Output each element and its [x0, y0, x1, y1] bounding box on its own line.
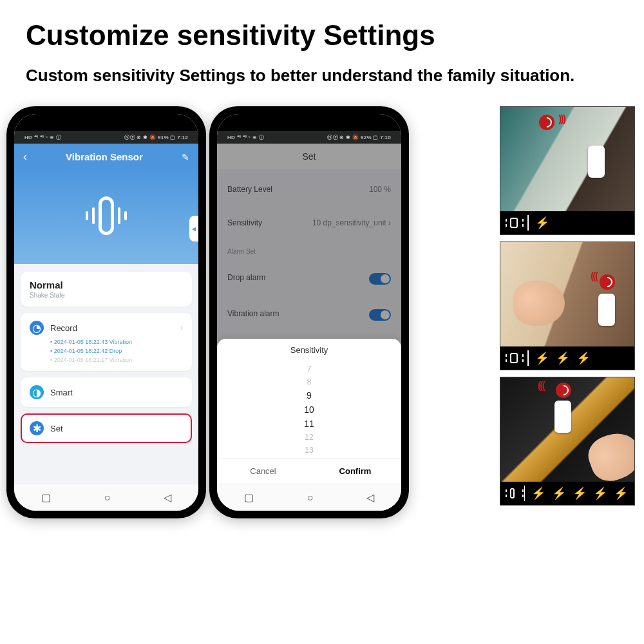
app-header: ‹ Vibration Sensor ✎ — [14, 144, 198, 167]
picker-option-selected[interactable]: 10 — [304, 404, 314, 415]
state-subtitle: Shake State — [30, 292, 183, 299]
status-right: ⓃⒻ ⊗ ✱ 🔕 92% ▢ 7:10 — [327, 134, 391, 141]
bolt-icon: ⚡ — [535, 351, 549, 365]
android-navbar: ▢ ○ ◁ — [217, 484, 401, 511]
bolt-icon: ⚡ — [593, 486, 607, 500]
main-canvas: HD ⁴⁶ ⁴⁶ ᶜ ≋ ⓘ ⓃⒻ ⊗ ✱ 🔕 91% ▢ 7:12 ‹ Vib… — [0, 100, 644, 518]
signal-waves-icon: ))) — [558, 113, 565, 125]
bolt-icon: ⚡ — [535, 216, 549, 230]
set-header: Set — [217, 144, 401, 169]
record-card[interactable]: ◔ Record › 2024-01-05 18:22:43 Vibration… — [21, 313, 192, 371]
smart-label: Smart — [50, 388, 73, 397]
intensity-strip: ⚡ ⚡ ⚡ ⚡ ⚡ — [500, 482, 634, 505]
vibration-alarm-label: Vibration alarm — [227, 309, 279, 321]
battery-value: 100 % — [369, 185, 391, 194]
phone-1: HD ⁴⁶ ⁴⁶ ᶜ ≋ ⓘ ⓃⒻ ⊗ ✱ 🔕 91% ▢ 7:12 ‹ Vib… — [6, 106, 206, 518]
thumb-safe: ((( ⚡ ⚡ ⚡ ⚡ ⚡ — [500, 377, 635, 506]
signal-waves-icon: ((( — [591, 270, 597, 282]
battery-row: Battery Level 100 % — [217, 176, 401, 203]
nav-recent-icon[interactable]: ▢ — [41, 491, 51, 504]
battery-label: Battery Level — [227, 185, 272, 194]
phone-1-screen: HD ⁴⁶ ⁴⁶ ᶜ ≋ ⓘ ⓃⒻ ⊗ ✱ 🔕 91% ▢ 7:12 ‹ Vib… — [14, 114, 198, 511]
picker-option[interactable]: 13 — [305, 446, 313, 455]
bolt-icon: ⚡ — [576, 351, 591, 365]
picker-option[interactable]: 9 — [307, 390, 312, 401]
state-card: Normal Shake State — [21, 272, 192, 307]
sensor-device — [588, 146, 605, 178]
picker-option[interactable]: 12 — [305, 433, 313, 442]
cancel-button[interactable]: Cancel — [217, 459, 309, 484]
notch — [14, 114, 198, 131]
zigbee-icon — [600, 274, 615, 290]
picker-option[interactable]: 8 — [307, 377, 312, 386]
header-title: Vibration Sensor — [66, 151, 143, 162]
sensitivity-row[interactable]: Sensitivity 10 dp_sensitivity_unit › — [217, 209, 401, 236]
edit-icon[interactable]: ✎ — [182, 152, 189, 162]
sensitivity-picker: Sensitivity 7 8 9 10 11 12 13 Cancel Con… — [217, 339, 401, 484]
thumb-door: ((( ⚡ ⚡ ⚡ — [500, 242, 635, 370]
hand — [513, 281, 565, 326]
smart-card[interactable]: ◑ Smart — [21, 377, 192, 407]
subtext: Custom sensitivity Settings to better un… — [0, 58, 644, 100]
gear-icon: ✱ — [30, 421, 44, 435]
sensor-device — [598, 294, 615, 326]
status-left: HD ⁴⁶ ⁴⁶ ᶜ ≋ ⓘ — [227, 134, 264, 141]
record-item: 2024-01-05 18:22:43 Vibration — [50, 339, 183, 345]
picker-buttons: Cancel Confirm — [217, 458, 401, 484]
notch — [217, 114, 401, 131]
body-area: Normal Shake State ◔ Record › 2024-01-05… — [14, 264, 198, 484]
vibration-alarm-toggle[interactable] — [369, 309, 391, 321]
headline: Customize sensitivity Settings — [0, 0, 644, 58]
bolt-icon: ⚡ — [614, 486, 628, 500]
bolt-icon: ⚡ — [531, 486, 545, 500]
nav-home-icon[interactable]: ○ — [307, 492, 314, 504]
status-right: ⓃⒻ ⊗ ✱ 🔕 91% ▢ 7:12 — [124, 134, 188, 141]
picker-wheel[interactable]: 7 8 9 10 11 12 13 — [217, 361, 401, 458]
drop-alarm-label: Drop alarm — [227, 273, 265, 285]
thumb-window: ))) ⚡ — [500, 106, 635, 235]
drop-alarm-row: Drop alarm — [217, 264, 401, 294]
zigbee-icon — [539, 115, 554, 130]
record-list: 2024-01-05 18:22:43 Vibration 2024-01-05… — [50, 339, 183, 363]
alarm-section-label: Alarm Set — [217, 243, 401, 258]
confirm-button[interactable]: Confirm — [309, 459, 401, 484]
drop-alarm-toggle[interactable] — [369, 273, 391, 285]
vibration-alarm-row: Vibration alarm — [217, 300, 401, 330]
clock-icon: ◔ — [30, 321, 44, 335]
record-item: 2024-01-05 18:22:42 Drop — [50, 348, 183, 354]
state-title: Normal — [30, 279, 183, 290]
smart-icon: ◑ — [30, 385, 44, 399]
signal-waves-icon: ((( — [538, 380, 544, 392]
phone-2-screen: HD ⁴⁶ ⁴⁶ ᶜ ≋ ⓘ ⓃⒻ ⊗ ✱ 🔕 92% ▢ 7:10 Set B… — [217, 114, 401, 511]
record-item: 2024-01-05 18:21:17 Vibration — [50, 357, 183, 363]
status-bar: HD ⁴⁶ ⁴⁶ ᶜ ≋ ⓘ ⓃⒻ ⊗ ✱ 🔕 92% ▢ 7:10 — [217, 131, 401, 144]
intensity-strip: ⚡ ⚡ ⚡ — [500, 346, 634, 370]
vibrate-icon — [507, 486, 518, 500]
pull-tab[interactable]: ◂ — [189, 216, 198, 242]
back-icon[interactable]: ‹ — [23, 150, 27, 164]
vibrate-icon — [507, 216, 521, 230]
set-card-highlighted[interactable]: ✱ Set — [21, 413, 192, 443]
sensitivity-value: 10 dp_sensitivity_unit › — [312, 218, 391, 227]
sensitivity-label: Sensitivity — [227, 218, 262, 227]
picker-option[interactable]: 11 — [304, 419, 314, 429]
bolt-icon: ⚡ — [556, 351, 570, 365]
nav-recent-icon[interactable]: ▢ — [244, 491, 254, 504]
nav-back-icon[interactable]: ◁ — [164, 491, 171, 504]
vibrate-icon — [507, 351, 521, 365]
nav-home-icon[interactable]: ○ — [104, 492, 111, 504]
hero-area: ◂ — [14, 167, 198, 264]
android-navbar: ▢ ○ ◁ — [14, 484, 198, 511]
picker-title: Sensitivity — [217, 339, 401, 361]
chevron-right-icon: › — [180, 323, 183, 332]
picker-option[interactable]: 7 — [307, 365, 312, 374]
status-bar: HD ⁴⁶ ⁴⁶ ᶜ ≋ ⓘ ⓃⒻ ⊗ ✱ 🔕 91% ▢ 7:12 — [14, 131, 198, 144]
bolt-icon: ⚡ — [552, 486, 566, 500]
set-label: Set — [50, 424, 63, 433]
phone-2: HD ⁴⁶ ⁴⁶ ᶜ ≋ ⓘ ⓃⒻ ⊗ ✱ 🔕 92% ▢ 7:10 Set B… — [209, 106, 409, 518]
status-left: HD ⁴⁶ ⁴⁶ ᶜ ≋ ⓘ — [24, 134, 61, 141]
zigbee-icon — [556, 383, 571, 398]
intensity-strip: ⚡ — [500, 211, 634, 234]
nav-back-icon[interactable]: ◁ — [366, 491, 374, 504]
sensor-device — [554, 401, 571, 433]
